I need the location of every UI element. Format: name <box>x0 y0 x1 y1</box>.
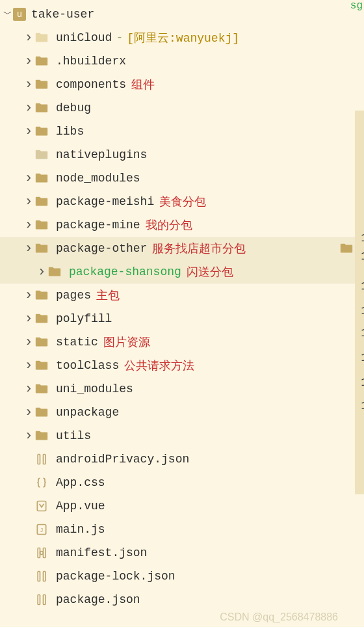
tree-row[interactable]: Jmain.js <box>0 518 364 541</box>
svg-text:J: J <box>40 527 44 534</box>
svg-rect-7 <box>44 548 46 558</box>
tree-item-label: components <box>56 78 126 91</box>
tree-row[interactable]: utils <box>0 424 364 447</box>
cropped-number: 1 <box>361 232 364 245</box>
svg-rect-11 <box>44 595 46 605</box>
cropped-number: 1 <box>361 351 364 364</box>
annotation-text: 服务找店超市分包 <box>152 241 246 256</box>
cropped-number: 1 <box>361 280 364 293</box>
folder-icon <box>34 287 49 303</box>
tree-row[interactable]: manifest.json <box>0 541 364 565</box>
tree-row[interactable]: debug <box>0 96 364 120</box>
tree-item-label: toolClass <box>56 359 119 372</box>
chevron-right-icon[interactable] <box>23 334 34 351</box>
chevron-right-icon[interactable] <box>23 170 34 187</box>
chevron-right-icon[interactable] <box>23 53 34 70</box>
svg-rect-10 <box>38 595 40 605</box>
chevron-right-icon[interactable] <box>23 77 34 93</box>
chevron-right-icon[interactable] <box>23 311 34 327</box>
tree-item-label: package-mine <box>56 219 140 232</box>
chevron-right-icon[interactable] <box>23 381 34 397</box>
chevron-right-icon[interactable] <box>23 217 34 233</box>
scrollbar-track[interactable] <box>355 111 364 494</box>
chevron-right-icon[interactable] <box>36 264 47 280</box>
manifest-file-icon <box>34 545 49 561</box>
tree-row[interactable]: App.vue <box>0 494 364 518</box>
chevron-right-icon[interactable] <box>23 428 34 444</box>
annotation-text: 我的分包 <box>146 217 192 233</box>
tree-row[interactable]: nativeplugins <box>0 143 364 167</box>
tree-item-label: package-meishi <box>56 195 154 208</box>
folder-icon <box>34 30 49 46</box>
svg-rect-2 <box>37 501 46 511</box>
project-root-row[interactable]: u take-user <box>0 3 364 26</box>
tree-item-label: libs <box>56 125 84 138</box>
project-icon: u <box>13 8 26 21</box>
tree-row[interactable]: package-lock.json <box>0 565 364 588</box>
tree-row[interactable]: static图片资源 <box>0 330 364 354</box>
annotation-text: 美食分包 <box>159 194 206 209</box>
cropped-number: 1 <box>361 304 364 317</box>
chevron-right-icon[interactable] <box>23 287 34 304</box>
folder-icon <box>34 77 49 92</box>
svg-rect-9 <box>44 572 46 581</box>
folder-icon <box>34 53 49 69</box>
tree-item-label: unpackage <box>56 406 119 419</box>
chevron-right-icon[interactable] <box>23 194 34 210</box>
json-file-icon <box>34 451 49 467</box>
cropped-number: 1 <box>361 327 364 340</box>
tree-item-label: androidPrivacy.json <box>56 453 189 466</box>
tree-row[interactable]: node_modules <box>0 167 364 190</box>
folder-icon <box>34 217 49 233</box>
svg-rect-1 <box>44 455 46 464</box>
tree-row[interactable]: androidPrivacy.json <box>0 447 364 471</box>
annotation-text: 公共请求方法 <box>124 358 194 373</box>
cropped-number: 1 <box>361 399 364 412</box>
tree-row[interactable]: toolClass公共请求方法 <box>0 354 364 377</box>
tree-row[interactable]: polyfill <box>0 307 364 330</box>
tree-item-label: debug <box>56 101 91 114</box>
svg-rect-0 <box>38 455 40 464</box>
tree-item-label: node_modules <box>56 172 140 185</box>
tree-item-label: main.js <box>56 523 105 536</box>
tree-item-label: App.css <box>56 476 105 489</box>
tree-row[interactable]: libs <box>0 120 364 143</box>
tree-row[interactable]: uni_modules <box>0 377 364 401</box>
svg-rect-8 <box>38 572 40 581</box>
project-name: take-user <box>31 8 94 21</box>
cropped-number: 1 <box>361 250 364 263</box>
tree-row[interactable]: .hbuilderx <box>0 49 364 73</box>
tree-row[interactable]: package.json <box>0 588 364 611</box>
tree-row[interactable]: components组件 <box>0 73 364 96</box>
chevron-right-icon[interactable] <box>23 405 34 421</box>
chevron-right-icon[interactable] <box>23 100 34 116</box>
tree-item-label: utils <box>56 429 91 442</box>
tree-row[interactable]: package-mine我的分包 <box>0 213 364 237</box>
tree-row[interactable]: package-meishi美食分包 <box>0 190 364 213</box>
chevron-right-icon[interactable] <box>23 241 34 257</box>
tree-item-label: nativeplugins <box>56 148 147 161</box>
tree-item-label: package.json <box>56 593 140 606</box>
tree-item-label: package-other <box>56 242 147 255</box>
js-file-icon: J <box>34 522 49 537</box>
tree-row[interactable]: App.css <box>0 471 364 494</box>
tree-row[interactable]: pages主包 <box>0 284 364 307</box>
cloud-dash: - <box>116 31 123 44</box>
folder-icon <box>34 100 49 116</box>
annotation-text: 主包 <box>96 287 120 303</box>
tree-item-label: package-shansong <box>69 265 181 278</box>
tree-row[interactable]: package-shansong闪送分包 <box>0 260 364 284</box>
chevron-right-icon[interactable] <box>23 358 34 374</box>
chevron-right-icon[interactable] <box>23 124 34 140</box>
chevron-right-icon[interactable] <box>23 30 34 46</box>
cloud-suffix: [阿里云:wanyuekj] <box>127 30 239 46</box>
folder-icon <box>34 311 49 327</box>
folder-icon <box>34 381 49 397</box>
tree-row[interactable]: uniCloud-[阿里云:wanyuekj] <box>0 26 364 49</box>
watermark-text: CSDN @qq_2568478886 <box>220 611 338 623</box>
folder-icon <box>34 358 49 373</box>
chevron-down-icon[interactable] <box>3 8 13 20</box>
tree-item-label: uniCloud <box>56 31 112 44</box>
tree-row[interactable]: package-other服务找店超市分包 <box>0 237 364 260</box>
tree-row[interactable]: unpackage <box>0 401 364 424</box>
